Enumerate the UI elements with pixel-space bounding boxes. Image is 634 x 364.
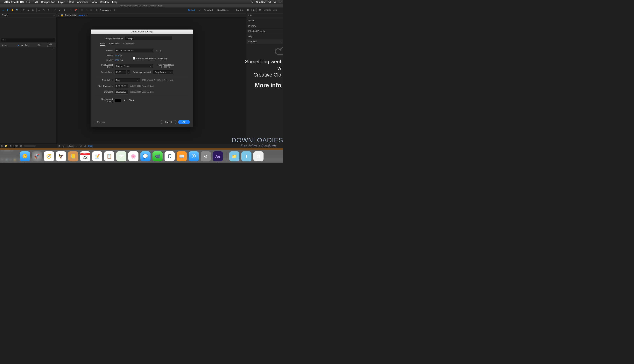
spotlight-icon[interactable] [273, 0, 276, 3]
menu-effect[interactable]: Effect [68, 0, 74, 4]
puppet-tool-icon[interactable]: 📌 [74, 8, 77, 12]
tab-basic[interactable]: Basic [100, 42, 105, 46]
menu-layer[interactable]: Layer [58, 0, 65, 4]
save-preset-icon[interactable]: ▣ [156, 49, 157, 52]
dock-safari[interactable]: 🧭 [44, 151, 54, 162]
orbit-tool-icon[interactable]: ⟲ [22, 8, 26, 12]
height-value[interactable]: 1080 [115, 59, 119, 62]
dock-itunes[interactable]: 🎵 [164, 151, 175, 162]
snap-edge-icon[interactable]: ⊡ [114, 9, 115, 11]
col-size[interactable]: Size [38, 44, 42, 46]
dock-applications-folder[interactable]: 📁 [229, 151, 239, 162]
dock-mail[interactable]: 🦅 [56, 151, 66, 162]
framerate-chevron[interactable]: ⌄ [127, 70, 130, 74]
new-comp-icon[interactable]: ▣ [10, 144, 12, 147]
panel-menu-icon[interactable]: ≡ [280, 40, 281, 43]
snapping-chevron-icon[interactable]: ⌄ [110, 9, 112, 11]
dock-calendar[interactable]: OCT 22 [80, 151, 90, 162]
type-tool-icon[interactable]: T [47, 8, 51, 12]
preset-select[interactable]: HDTV 1080 29.97⌄ [115, 48, 153, 52]
panel-audio[interactable]: Audio [246, 18, 283, 23]
col-framerate[interactable]: Frame Ra... [47, 43, 56, 47]
framerate-input[interactable]: 29.97 [115, 70, 126, 74]
clock[interactable]: Sun 3:56 PM [256, 0, 271, 4]
zoom-chevron-icon[interactable]: ⌄ [76, 144, 78, 147]
pen-tool-icon[interactable]: ✎ [42, 8, 46, 12]
dock-photos[interactable]: 🌸 [128, 151, 138, 162]
dock-after-effects[interactable]: Ae [213, 151, 223, 162]
workspace-default[interactable]: Default [186, 8, 197, 13]
dock-launchpad[interactable]: 🚀 [32, 151, 42, 162]
dock-contacts[interactable]: 📒 [68, 151, 78, 162]
resolution-select[interactable]: Full⌄ [115, 78, 140, 82]
view-axis-icon[interactable]: ▣ [89, 8, 93, 12]
transparency-grid-icon[interactable]: ⊡ [63, 144, 64, 147]
camera-tool-icon[interactable]: ■ [26, 8, 30, 12]
tab-3d-renderer[interactable]: 3D Renderer [123, 42, 135, 46]
bpc-toggle[interactable]: 8 bpc [14, 145, 18, 147]
interpret-footage-icon[interactable]: ⊞ [1, 144, 3, 147]
ok-button[interactable]: OK [178, 120, 190, 124]
workspace-small-screen[interactable]: Small Screen [215, 8, 232, 13]
workspace-overflow-icon[interactable]: ≫ [245, 9, 252, 11]
sort-arrow-icon[interactable]: ▲ [18, 44, 19, 46]
cc-sync-icon[interactable]: ↻ [251, 0, 253, 4]
workspace-standard[interactable]: Standard [202, 8, 215, 13]
eyedropper-icon[interactable] [124, 99, 127, 102]
search-help-input[interactable] [263, 8, 282, 12]
dock-facetime[interactable]: 📹 [152, 151, 163, 162]
flowchart-icon[interactable]: ⊡ [0, 47, 56, 50]
duration-input[interactable] [115, 90, 128, 94]
dock-downloads-folder[interactable]: ⬇ [241, 151, 252, 162]
fast-preview-icon[interactable]: ⊡ [84, 144, 86, 147]
par-select[interactable]: Square Pixels⌄ [115, 64, 153, 68]
menu-animation[interactable]: Animation [77, 0, 89, 4]
project-items-list[interactable] [0, 50, 56, 143]
zoom-level[interactable]: (100%) [67, 145, 74, 147]
more-info-link[interactable]: More info [242, 82, 281, 88]
current-time[interactable]: 0:00: [88, 145, 93, 147]
col-type[interactable]: Type [25, 44, 29, 46]
preview-checkbox-row[interactable]: Preview [94, 121, 105, 123]
brush-tool-icon[interactable]: ╱ [53, 8, 57, 12]
panel-menu-icon[interactable]: ≡ [86, 14, 87, 16]
workspace-menu-icon[interactable]: ≡ [197, 9, 201, 11]
dock-messages[interactable]: 💬 [140, 151, 150, 162]
lock-icon[interactable]: 🔒 [61, 14, 63, 16]
dropframe-select[interactable]: Drop Frame⌄ [153, 70, 173, 74]
panel-effects-presets[interactable]: Effects & Presets [246, 28, 283, 34]
thumbnail-slider[interactable] [24, 145, 36, 147]
dock-maps[interactable]: 🗺 [116, 151, 126, 162]
selection-tool-icon[interactable] [6, 8, 10, 12]
width-value[interactable]: 1920 [115, 54, 119, 57]
menu-window[interactable]: Window [100, 0, 109, 4]
home-icon[interactable]: ⌂ [1, 8, 5, 12]
panel-preview[interactable]: Preview [246, 23, 283, 28]
local-axis-icon[interactable]: ⊞ [80, 8, 84, 12]
rectangle-tool-icon[interactable]: ▭ [37, 8, 41, 12]
panel-info[interactable]: Info [246, 13, 283, 18]
dock-reminders[interactable]: 📋 [104, 151, 114, 162]
dock-trash[interactable]: 🗑 [253, 151, 264, 162]
project-search-input[interactable]: ▾ [1, 38, 55, 42]
app-name[interactable]: After Effects CC [4, 0, 24, 4]
menu-help[interactable]: Help [112, 0, 117, 4]
menu-composition[interactable]: Composition [41, 0, 55, 4]
bgcolor-swatch[interactable] [115, 98, 121, 102]
panel-libraries[interactable]: Libraries ≡ [246, 39, 283, 44]
lock-aspect-checkbox[interactable]: ✓ [133, 57, 135, 60]
always-preview-icon[interactable]: ▣ [58, 144, 60, 147]
delete-preset-icon[interactable]: 🗑 [159, 49, 162, 52]
resolution-icon[interactable]: ⊞ [80, 144, 82, 147]
col-label-icon[interactable]: ◆ [21, 44, 23, 46]
workspace-libraries[interactable]: Libraries [233, 8, 245, 13]
dock-system-preferences[interactable]: ⚙ [201, 151, 211, 162]
delete-icon[interactable]: 🗑 [20, 145, 22, 147]
snapping-toggle[interactable]: Snapping ⌄ ⊡ [96, 9, 115, 11]
menu-edit[interactable]: Edit [34, 0, 38, 4]
col-name[interactable]: Name [2, 44, 7, 46]
cancel-button[interactable]: Cancel [161, 120, 176, 124]
zoom-tool-icon[interactable]: 🔍 [15, 8, 19, 12]
menu-view[interactable]: View [92, 0, 97, 4]
clone-stamp-tool-icon[interactable]: ▲ [58, 8, 62, 12]
